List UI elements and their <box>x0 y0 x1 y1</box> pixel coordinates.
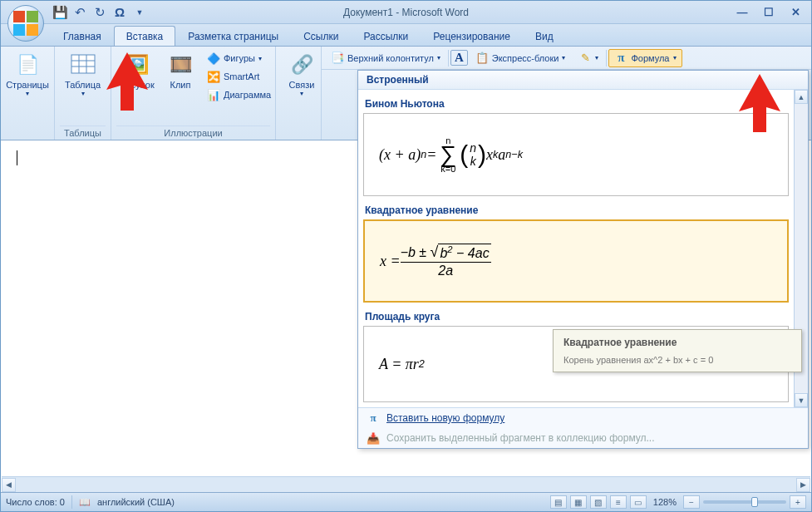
undo-icon[interactable]: ↶ <box>71 3 89 22</box>
svg-marker-6 <box>739 74 780 132</box>
zoom-in-button[interactable]: + <box>790 495 806 509</box>
shapes-icon: 🔷 <box>207 52 220 65</box>
save-selection-equation: 📥 Сохранить выделенный фрагмент в коллек… <box>358 428 808 448</box>
red-arrow-annotation <box>106 52 148 111</box>
view-web-button[interactable]: ▧ <box>590 495 607 509</box>
tab-references[interactable]: Ссылки <box>291 26 351 46</box>
horizontal-scrollbar[interactable]: ◀ ▶ <box>2 476 810 492</box>
pages-button[interactable]: 📄 Страницы ▾ <box>6 49 49 100</box>
scroll-left-icon[interactable]: ◀ <box>2 478 16 492</box>
close-button[interactable]: ✕ <box>785 6 806 19</box>
header-icon: 📑 <box>331 52 344 65</box>
smartart-icon: 🔀 <box>207 70 220 83</box>
equation-button[interactable]: πФормула ▾ <box>608 49 682 67</box>
redo-icon[interactable]: ↻ <box>91 3 109 22</box>
shapes-button[interactable]: 🔷Фигуры ▾ <box>203 49 275 67</box>
word-count[interactable]: Число слов: 0 <box>6 497 65 507</box>
save-gallery-icon: 📥 <box>367 431 380 445</box>
tooltip-title: Квадратное уравнение <box>563 337 791 348</box>
gallery-item-quadratic[interactable]: Квадратное уравнение x = −b ± b2 − 4ac2a <box>363 201 789 303</box>
pi-icon: π <box>367 411 380 425</box>
tab-pagelayout[interactable]: Разметка страницы <box>175 26 291 46</box>
quickparts-icon: 📋 <box>475 52 489 65</box>
view-draft-button[interactable]: ▭ <box>630 495 647 509</box>
language-status[interactable]: английский (США) <box>97 497 175 507</box>
qat-dropdown-icon[interactable]: ▼ <box>130 3 149 22</box>
chart-icon: 📊 <box>207 88 220 101</box>
chart-button[interactable]: 📊Диаграмма <box>203 86 275 104</box>
scroll-up-icon[interactable]: ▲ <box>795 90 808 104</box>
page-icon: 📄 <box>14 52 41 78</box>
textbox-button[interactable]: A <box>450 50 468 66</box>
tab-review[interactable]: Рецензирование <box>421 26 523 46</box>
clip-icon: 🎞️ <box>167 52 194 78</box>
wordart-button[interactable]: ✎▾ <box>573 49 604 67</box>
table-button[interactable]: Таблица ▾ <box>60 49 106 100</box>
proofing-icon[interactable]: 📖 <box>79 497 91 508</box>
office-button[interactable] <box>7 5 44 42</box>
zoom-slider[interactable] <box>703 500 786 504</box>
header-button[interactable]: 📑Верхний колонтитул ▾ <box>325 49 446 67</box>
links-button[interactable]: 🔗 Связи ▾ <box>281 49 322 100</box>
red-arrow-annotation <box>739 74 780 132</box>
zoom-level[interactable]: 128% <box>653 497 677 507</box>
gallery-item-binomial[interactable]: Бином Ньютона (x + a)n = n∑k=0 (nk) xkan… <box>363 95 789 196</box>
scroll-right-icon[interactable]: ▶ <box>796 478 810 492</box>
insert-new-equation[interactable]: π Вставить новую формулу <box>358 408 808 428</box>
scroll-down-icon[interactable]: ▼ <box>795 393 808 407</box>
save-icon[interactable]: 💾 <box>51 3 69 22</box>
illustrations-group-label: Иллюстрации <box>116 126 270 140</box>
view-printlayout-button[interactable]: ▤ <box>550 495 567 509</box>
ribbon-tabs: Главная Вставка Разметка страницы Ссылки… <box>1 24 811 47</box>
minimize-button[interactable]: — <box>731 6 753 19</box>
tooltip-body: Корень уравнения ax^2 + bx + c = 0 <box>563 355 791 365</box>
clip-button[interactable]: 🎞️ Клип <box>160 49 201 104</box>
pi-icon: π <box>614 52 627 65</box>
quickparts-button[interactable]: 📋Экспресс-блоки ▾ <box>470 49 572 67</box>
tables-group-label: Таблицы <box>60 126 106 140</box>
window-title: Документ1 - Microsoft Word <box>343 7 469 18</box>
view-fullscreen-button[interactable]: ▦ <box>570 495 587 509</box>
svg-rect-0 <box>71 55 95 73</box>
tab-mailings[interactable]: Рассылки <box>351 26 421 46</box>
view-outline-button[interactable]: ≡ <box>610 495 627 509</box>
zoom-out-button[interactable]: − <box>683 495 700 509</box>
links-icon: 🔗 <box>288 52 315 78</box>
tab-home[interactable]: Главная <box>51 26 114 46</box>
table-icon <box>70 52 96 78</box>
textbox-icon: A <box>455 51 464 65</box>
maximize-button[interactable]: ☐ <box>758 6 780 19</box>
tab-insert[interactable]: Вставка <box>114 26 176 46</box>
svg-marker-5 <box>106 52 148 111</box>
smartart-button[interactable]: 🔀SmartArt <box>203 67 275 86</box>
tab-view[interactable]: Вид <box>523 26 566 46</box>
wordart-icon: ✎ <box>578 52 592 65</box>
tooltip: Квадратное уравнение Корень уравнения ax… <box>553 329 802 372</box>
status-bar: Число слов: 0 📖 английский (США) ▤ ▦ ▧ ≡… <box>1 492 811 511</box>
omega-icon[interactable]: Ω <box>111 3 129 22</box>
